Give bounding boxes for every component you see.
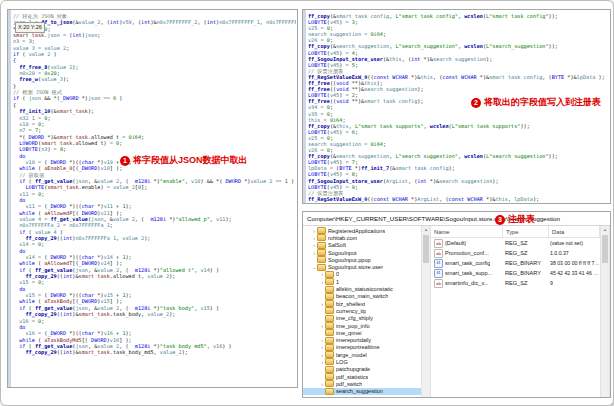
value-data: 9 <box>547 280 600 286</box>
tree-item-ime_pop_info[interactable]: ›ime_pop_info <box>303 322 421 329</box>
tree-item-label: large_model <box>336 352 367 358</box>
scrollbar-thumb[interactable] <box>602 235 608 263</box>
column-header-data[interactable]: Data <box>549 226 600 237</box>
tree-item-label: SalSoft <box>328 242 346 248</box>
tree-item-imereportdaily[interactable]: ›imereportdaily <box>303 336 421 343</box>
annotation-2-badge: 2 <box>471 98 481 108</box>
tree-item-allskin_statusiconstatic[interactable]: allskin_statusiconstatic <box>303 285 421 292</box>
folder-icon <box>325 278 334 285</box>
value-rows: ab(Default)REG_SZ(value not set)abPromot… <box>431 238 600 288</box>
code-left-gutter <box>303 10 306 203</box>
tree-item-rohitab.com[interactable]: ›rohitab.com <box>303 234 421 241</box>
folder-icon <box>325 344 334 351</box>
code-left-gutter <box>8 10 11 387</box>
value-data: 38 03 00 00 ff ff ff 7f 2c 00 02 00 00 0… <box>547 260 600 266</box>
annotation-1-badge: 1 <box>120 156 130 166</box>
registry-editor-window: Computer\HKEY_CURRENT_USER\SOFTWARE\Sogo… <box>302 211 611 398</box>
value-data: 45 42 42 33 41 46 41 33 42 30 36 37 44 4… <box>547 270 600 276</box>
tree-item-label: currency_tip <box>336 308 366 314</box>
tree-item-label: beacon_main_switch <box>336 293 388 299</box>
annotation-2-text: 将取出的字段值写入到注册表 <box>484 96 601 109</box>
registry-value-list: Name Type Data ab(Default)REG_SZ(value n… <box>431 226 600 397</box>
folder-icon <box>325 337 334 344</box>
tree-item-pdf_switch[interactable]: ›pdf_switch <box>303 380 421 387</box>
scrollbar-thumb[interactable] <box>423 235 429 263</box>
tree-item-label: imereportrealtime <box>336 344 380 350</box>
folder-icon <box>325 293 334 300</box>
code-line[interactable]: ff_copy_29((int)&smart_task.task_body_md… <box>13 349 296 355</box>
code-line[interactable]: ff_RegSetValueExW_0((const WCHAR *)ArgLi… <box>308 196 609 202</box>
ida-pseudocode-panel-json-parse[interactable]: // 转化为 JSON 对象json_1 = ff_to_json(&value… <box>7 9 298 388</box>
tree-item-imereportrealtime[interactable]: ›imereportrealtime <box>303 344 421 351</box>
value-list-header: Name Type Data <box>431 226 600 238</box>
tree-item-1[interactable]: ›1 <box>303 278 421 285</box>
cursor-position-tooltip: X:20 Y:26 <box>15 22 45 33</box>
folder-icon <box>325 380 334 387</box>
tree-item-patchupgrade[interactable]: patchupgrade <box>303 366 421 373</box>
ida-pseudocode-panel-registry-write[interactable]: ff_copy(&smart_task_config, L"smart_task… <box>302 9 611 204</box>
reg-sz-icon: ab <box>434 279 443 288</box>
tree-item-0[interactable]: ›0 <box>303 271 421 278</box>
tree-item-label: ime_qimei <box>336 330 362 336</box>
tree-item-label: 0 <box>336 271 339 277</box>
folder-icon <box>325 329 334 336</box>
registry-value-row[interactable]: ab(Default)REG_SZ(value not set) <box>431 238 600 248</box>
tree-item-SogouInput.store.user[interactable]: ⌄SogouInput.store.user <box>303 263 421 270</box>
annotation-registry: 3 注册表 <box>495 213 535 226</box>
folder-icon <box>325 388 334 395</box>
tree-item-label: pdf_switch <box>336 381 362 387</box>
code-line[interactable]: json_1 = ff_to_json(&value_2, (int)v59, … <box>13 19 296 25</box>
scroll-up-icon[interactable]: ▲ <box>424 226 428 234</box>
registry-value-row[interactable]: abPromotion_conf...REG_SZ1.0.0.37 <box>431 248 600 258</box>
tree-item-RegisteredApplications[interactable]: ›RegisteredApplications <box>303 227 421 234</box>
annotation-extract-fields: 1 将字段值从JSON数据中取出 <box>120 154 248 167</box>
annotation-write-registry: 2 将取出的字段值写入到注册表 <box>471 96 601 109</box>
scroll-up-icon[interactable]: ▲ <box>603 226 607 234</box>
tree-item-ime_qimei[interactable]: ime_qimei <box>303 329 421 336</box>
tree-item-SogouInput.ppup[interactable]: SogouInput.ppup <box>303 256 421 263</box>
tree-item-pdf_statistics[interactable]: pdf_statistics <box>303 373 421 380</box>
tree-item-SogouInput[interactable]: ›SogouInput <box>303 249 421 256</box>
tree-item-biz_shellext[interactable]: ›biz_shellext <box>303 300 421 307</box>
folder-icon <box>325 271 334 278</box>
column-header-type[interactable]: Type <box>503 226 549 237</box>
annotation-1-text: 将字段值从JSON数据中取出 <box>133 154 248 167</box>
tree-scrollbar[interactable]: ▲ <box>421 226 431 397</box>
pseudocode-json-extract[interactable]: // 转化为 JSON 对象json_1 = ff_to_json(&value… <box>13 13 296 387</box>
reg-binary-icon: 01 <box>434 259 443 268</box>
registry-value-row[interactable]: 01smart_task_supp...REG_BINARY45 42 42 3… <box>431 268 600 278</box>
tree-item-search_suggestion[interactable]: search_suggestion <box>303 388 421 395</box>
tree-item-label: biz_shellext <box>336 301 365 307</box>
tree-item-large_model[interactable]: ›large_model <box>303 351 421 358</box>
tree-item-label: SogouInput <box>328 250 357 256</box>
registry-value-row[interactable]: 01smart_task_configREG_BINARY38 03 00 00… <box>431 258 600 268</box>
value-name: Promotion_conf... <box>445 250 489 256</box>
folder-icon <box>325 358 334 365</box>
folder-icon <box>325 373 334 380</box>
value-name: (Default) <box>445 240 466 246</box>
annotation-3-badge: 3 <box>495 215 505 225</box>
tree-item-label: LOG <box>336 359 348 365</box>
annotation-3-text: 注册表 <box>508 213 535 226</box>
folder-icon <box>317 242 326 249</box>
tree-item-beacon_main_switch[interactable]: beacon_main_switch <box>303 293 421 300</box>
tree-item-label: pdf_statistics <box>336 374 368 380</box>
value-type: REG_SZ <box>502 280 547 286</box>
reg-sz-icon: ab <box>434 249 443 258</box>
folder-icon <box>317 264 326 271</box>
registry-value-row[interactable]: absmartinfo_dic_v...REG_SZ9 <box>431 278 600 288</box>
value-name: smart_task_supp... <box>445 270 492 276</box>
tree-item-currency_tip[interactable]: currency_tip <box>303 307 421 314</box>
registry-address-bar[interactable]: Computer\HKEY_CURRENT_USER\SOFTWARE\Sogo… <box>303 212 610 226</box>
figure-frame: // 转化为 JSON 对象json_1 = ff_to_json(&value… <box>0 0 614 406</box>
folder-icon <box>317 234 326 241</box>
tree-item-ime_cfg_shiply[interactable]: ime_cfg_shiply <box>303 315 421 322</box>
column-header-name[interactable]: Name <box>431 226 503 237</box>
value-name: smart_task_config <box>445 260 490 266</box>
list-scrollbar[interactable]: ▲ <box>600 226 610 397</box>
folder-icon <box>325 307 334 314</box>
tree-item-LOG[interactable]: ›LOG <box>303 358 421 365</box>
tree-item-SalSoft[interactable]: ›SalSoft <box>303 242 421 249</box>
tree-item-label: SogouInput.ppup <box>328 257 371 263</box>
folder-icon <box>325 322 334 329</box>
